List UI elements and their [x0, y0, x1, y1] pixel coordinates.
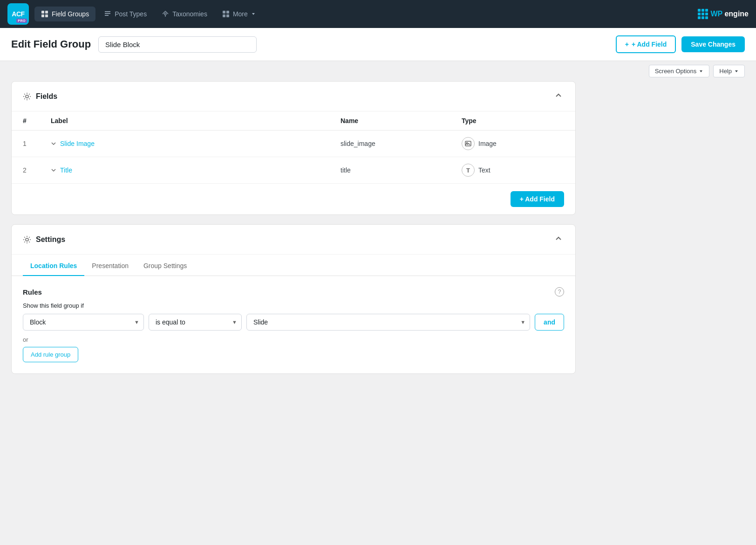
wpengine-logo: WP engine	[698, 9, 749, 19]
fields-collapse-button[interactable]	[553, 90, 564, 103]
settings-card-header: Settings	[12, 225, 575, 255]
settings-body: Rules ? Show this field group if Block ▼…	[12, 276, 575, 373]
svg-rect-5	[223, 11, 225, 14]
add-field-label: + Add Field	[632, 41, 667, 48]
post-types-icon	[104, 10, 111, 18]
svg-rect-3	[45, 14, 48, 17]
tab-presentation[interactable]: Presentation	[84, 256, 136, 276]
main-content: Fields # Label Name Type 1 Slide Image s…	[0, 81, 587, 394]
tab-group-settings-label: Group Settings	[143, 262, 187, 269]
nav-post-types-label: Post Types	[115, 10, 147, 18]
field-type-icon-1	[462, 137, 475, 150]
fields-gear-icon	[23, 92, 31, 101]
acf-logo: ACF PRO	[7, 3, 29, 25]
taxonomies-icon	[162, 10, 169, 18]
settings-collapse-button[interactable]	[553, 233, 564, 246]
col-hash: #	[23, 117, 51, 124]
add-field-button-header[interactable]: + + Add Field	[616, 35, 676, 53]
top-nav: ACF PRO Field Groups Post Types Taxonomi…	[0, 0, 756, 28]
svg-rect-2	[41, 14, 44, 17]
field-type-cell-2: T Text	[462, 164, 564, 177]
wpengine-grid-icon	[698, 9, 708, 19]
col-label: Label	[51, 117, 341, 124]
svg-rect-6	[226, 11, 229, 14]
and-button-label: and	[544, 318, 555, 326]
field-label-cell-1: Slide Image	[51, 140, 341, 147]
field-label-link-1[interactable]: Slide Image	[60, 140, 95, 147]
and-button[interactable]: and	[535, 314, 564, 331]
field-type-icon-2: T	[462, 164, 475, 177]
field-chevron-icon-2[interactable]	[51, 167, 56, 173]
fields-table-header: # Label Name Type	[12, 111, 575, 131]
settings-tabs: Location Rules Presentation Group Settin…	[12, 256, 575, 276]
add-rule-group-label: Add rule group	[31, 351, 70, 358]
svg-rect-8	[226, 14, 229, 17]
svg-rect-0	[41, 11, 44, 14]
col-name: Name	[341, 117, 462, 124]
value-select[interactable]: Slide	[246, 314, 530, 331]
fields-collapse-icon	[555, 92, 562, 99]
screen-options-button[interactable]: Screen Options	[649, 65, 710, 77]
page-header: Edit Field Group + + Add Field Save Chan…	[0, 28, 756, 61]
block-select[interactable]: Block	[23, 314, 144, 331]
block-select-wrapper: Block ▼	[23, 314, 144, 331]
fields-card: Fields # Label Name Type 1 Slide Image s…	[11, 81, 576, 215]
field-type-cell-1: Image	[462, 137, 564, 150]
settings-card-title: Settings	[23, 235, 65, 244]
add-rule-group-button[interactable]: Add rule group	[23, 347, 78, 362]
col-type: Type	[462, 117, 564, 124]
table-row: 1 Slide Image slide_image Image	[12, 131, 575, 157]
settings-collapse-icon	[555, 235, 562, 242]
header-actions: + + Add Field Save Changes	[616, 35, 745, 53]
tab-group-settings[interactable]: Group Settings	[136, 256, 194, 276]
field-name-2: title	[341, 166, 462, 174]
fields-card-header: Fields	[12, 82, 575, 111]
rules-help-icon[interactable]: ?	[555, 287, 564, 297]
field-chevron-icon-1[interactable]	[51, 141, 56, 146]
field-group-name-input[interactable]	[98, 36, 257, 53]
image-type-icon	[465, 140, 471, 147]
nav-item-taxonomies[interactable]: Taxonomies	[155, 7, 214, 21]
text-type-symbol: T	[466, 167, 470, 174]
save-changes-button[interactable]: Save Changes	[681, 36, 745, 52]
fields-title-text: Fields	[36, 92, 57, 101]
field-name-1: slide_image	[341, 140, 462, 147]
tab-location-rules[interactable]: Location Rules	[23, 256, 84, 276]
field-num-2: 2	[23, 166, 51, 174]
more-icon	[222, 10, 230, 18]
help-chevron-icon	[734, 69, 739, 74]
save-changes-label: Save Changes	[691, 41, 736, 48]
fields-card-title: Fields	[23, 92, 57, 101]
settings-title-text: Settings	[36, 235, 65, 244]
nav-item-post-types[interactable]: Post Types	[97, 7, 153, 21]
settings-card: Settings Location Rules Presentation Gro…	[11, 224, 576, 374]
condition-select[interactable]: is equal to	[149, 314, 242, 331]
svg-rect-1	[45, 11, 48, 14]
svg-point-12	[26, 238, 28, 241]
nav-item-field-groups[interactable]: Field Groups	[34, 7, 95, 21]
svg-rect-7	[223, 14, 225, 17]
acf-logo-text: ACF	[12, 10, 24, 18]
tab-location-rules-label: Location Rules	[30, 262, 77, 269]
rule-row: Block ▼ is equal to ▼ Slide ▼	[23, 314, 564, 331]
add-field-button-footer[interactable]: + Add Field	[511, 191, 564, 207]
nav-field-groups-label: Field Groups	[52, 10, 89, 18]
field-label-link-2[interactable]: Title	[60, 166, 72, 174]
nav-item-more[interactable]: More	[216, 7, 262, 21]
nav-more-label: More	[233, 10, 248, 18]
more-chevron-down-icon	[251, 12, 256, 16]
table-row: 2 Title title T Text	[12, 157, 575, 184]
field-label-cell-2: Title	[51, 166, 341, 174]
svg-point-9	[26, 95, 28, 98]
or-label: or	[23, 336, 564, 343]
help-label: Help	[719, 68, 732, 75]
acf-pro-badge: PRO	[16, 19, 27, 23]
tab-presentation-label: Presentation	[92, 262, 129, 269]
condition-select-wrapper: is equal to ▼	[149, 314, 242, 331]
nav-taxonomies-label: Taxonomies	[172, 10, 207, 18]
rules-label: Rules	[23, 288, 42, 296]
help-button[interactable]: Help	[713, 65, 745, 77]
field-num-1: 1	[23, 140, 51, 147]
show-if-label: Show this field group if	[23, 302, 564, 309]
add-field-footer-label: + Add Field	[520, 195, 555, 203]
